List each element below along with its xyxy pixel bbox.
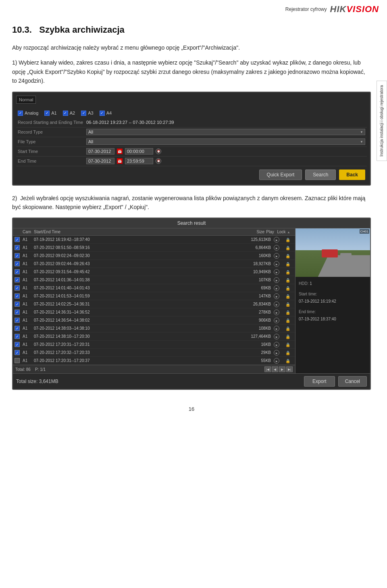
row-size: 6,864KB: [242, 245, 271, 250]
row-checkbox[interactable]: ✓: [15, 285, 23, 291]
file-type-dropdown[interactable]: All ▼: [86, 138, 365, 145]
table-row[interactable]: ✓ A1 07-20-2012 14:36:31--14:36:52 278KB…: [13, 308, 295, 316]
checkbox-icon: ✓: [15, 318, 20, 323]
row-play[interactable]: ▶: [271, 285, 282, 291]
row-checkbox[interactable]: ✓: [15, 277, 23, 282]
table-row[interactable]: ✓ A1 07-20-2012 09:31:54--09:45:42 10,94…: [13, 268, 295, 276]
nav-first-btn[interactable]: |◀: [264, 366, 271, 372]
cancel-button[interactable]: Cancel: [338, 376, 367, 387]
quick-export-button[interactable]: Quick Export: [259, 169, 302, 180]
play-icon: ▶: [274, 261, 279, 267]
row-play[interactable]: ▶: [271, 326, 282, 332]
row-checkbox[interactable]: ✓: [15, 245, 23, 250]
row-lock[interactable]: 🔒: [282, 270, 293, 275]
row-play[interactable]: ▶: [271, 261, 282, 267]
table-row[interactable]: A1 07-20-2012 17:20:31--17:20:37 55KB ▶ …: [13, 357, 295, 365]
row-play[interactable]: ▶: [271, 350, 282, 356]
table-row[interactable]: ✓ A1 07-20-2012 14:01:36--14:01:38 107KB…: [13, 276, 295, 284]
row-lock[interactable]: 🔒: [282, 334, 293, 339]
row-checkbox[interactable]: ✓: [15, 310, 23, 315]
row-play[interactable]: ▶: [271, 237, 282, 243]
table-row[interactable]: ✓ A1 07-20-2012 08:51:50--08:59:16 6,864…: [13, 244, 295, 252]
row-lock[interactable]: 🔒: [282, 342, 293, 347]
row-play[interactable]: ▶: [271, 358, 282, 364]
row-checkbox[interactable]: ✓: [15, 342, 23, 347]
table-row[interactable]: ✓ A1 07-19-2012 16:19:42--18:37:40 125,6…: [13, 236, 295, 244]
row-checkbox[interactable]: ✓: [15, 334, 23, 339]
row-play[interactable]: ▶: [271, 342, 282, 348]
row-play[interactable]: ▶: [271, 318, 282, 324]
row-play[interactable]: ▶: [271, 277, 282, 283]
row-lock[interactable]: 🔒: [282, 310, 293, 315]
checkbox-a1-label: A1: [51, 111, 56, 115]
row-lock[interactable]: 🔒: [282, 278, 293, 283]
start-calendar-icon[interactable]: 📅: [117, 149, 123, 154]
table-row[interactable]: ✓ A1 07-20-2012 09:02:44--09:26:43 18,92…: [13, 260, 295, 268]
row-lock[interactable]: 🔒: [282, 253, 293, 259]
row-cam: A1: [23, 270, 34, 274]
lock-icon: 🔒: [285, 245, 290, 250]
table-row[interactable]: ✓ A1 07-20-2012 14:01:40--14:01:43 69KB …: [13, 284, 295, 292]
dvr-checkbox-a4[interactable]: ✓ A4: [100, 111, 112, 116]
start-date-input[interactable]: 07-30-2012: [86, 148, 114, 155]
row-checkbox[interactable]: ✓: [15, 253, 23, 258]
table-row[interactable]: ✓ A1 07-20-2012 09:02:24--09:02:30 160KB…: [13, 252, 295, 260]
row-play[interactable]: ▶: [271, 334, 282, 340]
nav-last-btn[interactable]: ▶|: [286, 366, 293, 372]
row-checkbox[interactable]: ✓: [15, 293, 23, 299]
end-time-input[interactable]: 23:59:59: [125, 158, 153, 164]
row-lock[interactable]: 🔒: [282, 237, 293, 243]
start-clock-icon[interactable]: ⏰: [156, 149, 161, 154]
record-type-dropdown[interactable]: All ▼: [86, 129, 365, 135]
row-time: 07-20-2012 14:36:54--14:38:02: [34, 318, 242, 322]
back-button[interactable]: Back: [339, 169, 365, 180]
end-clock-icon[interactable]: ⏰: [156, 158, 161, 164]
row-lock[interactable]: 🔒: [282, 318, 293, 323]
table-row[interactable]: ✓ A1 07-20-2012 14:38:10--17:20:30 127,4…: [13, 333, 295, 341]
preview-car: [340, 253, 352, 259]
start-info-value: 07-19-2012 16:19:42: [299, 298, 367, 305]
play-icon: ▶: [274, 342, 279, 347]
row-lock[interactable]: 🔒: [282, 294, 293, 299]
row-lock[interactable]: 🔒: [282, 302, 293, 307]
start-time-input[interactable]: 00:00:00: [125, 148, 153, 155]
row-play[interactable]: ▶: [271, 245, 282, 251]
search-button[interactable]: Search: [305, 169, 336, 180]
row-play[interactable]: ▶: [271, 253, 282, 259]
checkbox-icon: ✓: [15, 237, 20, 242]
end-date-input[interactable]: 07-30-2012: [86, 158, 114, 164]
row-checkbox[interactable]: ✓: [15, 269, 23, 274]
nav-prev-btn[interactable]: ◀: [272, 366, 278, 372]
row-lock[interactable]: 🔒: [282, 262, 293, 267]
row-checkbox[interactable]: ✓: [15, 237, 23, 242]
table-row[interactable]: ✓ A1 07-20-2012 14:38:03--14:38:10 108KB…: [13, 324, 295, 333]
row-size: 55KB: [242, 358, 271, 363]
table-row[interactable]: ✓ A1 07-20-2012 14:02:25--14:36:31 26,83…: [13, 300, 295, 308]
row-checkbox[interactable]: ✓: [15, 318, 23, 323]
row-checkbox[interactable]: ✓: [15, 326, 23, 331]
row-checkbox[interactable]: ✓: [15, 261, 23, 266]
table-row[interactable]: ✓ A1 07-20-2012 14:01:53--14:01:59 147KB…: [13, 292, 295, 300]
dvr-checkbox-a1[interactable]: ✓ A1: [44, 111, 56, 116]
table-row[interactable]: ✓ A1 07-20-2012 17:20:31--17:20:31 16KB …: [13, 341, 295, 349]
row-lock[interactable]: 🔒: [282, 358, 293, 364]
row-play[interactable]: ▶: [271, 269, 282, 275]
row-lock[interactable]: 🔒: [282, 245, 293, 251]
row-checkbox[interactable]: ✓: [15, 350, 23, 355]
row-checkbox[interactable]: ✓: [15, 301, 23, 307]
row-lock[interactable]: 🔒: [282, 326, 293, 331]
row-lock[interactable]: 🔒: [282, 350, 293, 356]
table-row[interactable]: ✓ A1 07-20-2012 17:20:32--17:20:33 29KB …: [13, 349, 295, 357]
dvr-checkbox-a3[interactable]: ✓ A3: [81, 111, 93, 116]
dvr-checkbox-a2[interactable]: ✓ A2: [63, 111, 75, 116]
row-play[interactable]: ▶: [271, 293, 282, 299]
row-lock[interactable]: 🔒: [282, 286, 293, 291]
dvr-checkbox-analog[interactable]: ✓ Analog: [18, 111, 38, 116]
nav-next-btn[interactable]: ▶: [279, 366, 285, 372]
row-checkbox[interactable]: [15, 358, 23, 363]
row-play[interactable]: ▶: [271, 310, 282, 316]
export-button[interactable]: Export: [304, 376, 335, 387]
end-calendar-icon[interactable]: 📅: [117, 158, 123, 164]
row-play[interactable]: ▶: [271, 301, 282, 308]
table-row[interactable]: ✓ A1 07-20-2012 14:36:54--14:38:02 906KB…: [13, 316, 295, 324]
